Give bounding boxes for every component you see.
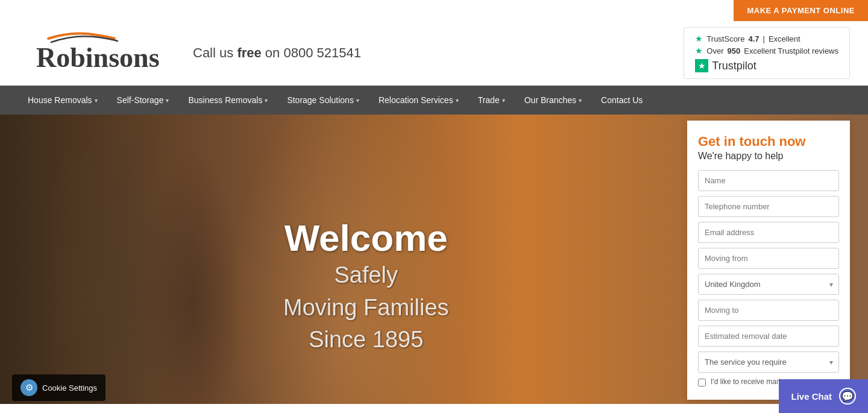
nav-self-storage-chevron: ▾ [166,97,169,104]
header: Robinsons Call us free on 0800 521541 ★ … [0,21,868,86]
moving-from-input[interactable] [698,248,839,269]
top-banner: MAKE A PAYMENT ONLINE [0,0,868,21]
email-input[interactable] [698,222,839,243]
nav-contact-us[interactable]: Contact Us [591,86,652,115]
make-payment-button[interactable]: MAKE A PAYMENT ONLINE [734,0,868,21]
estimated-date-input[interactable] [698,326,839,347]
moving-to-input[interactable] [698,300,839,321]
live-chat-button[interactable]: Live Chat 💬 [779,379,868,404]
nav-our-branches-chevron: ▾ [579,97,582,104]
trustpilot-box: ★ TrustScore 4.7 | Excellent ★ Over 950 … [684,27,850,79]
main-nav: House Removals ▾ Self-Storage ▾ Business… [0,86,868,115]
nav-contact-us-label: Contact Us [601,95,643,105]
trustscore-label: TrustScore [706,34,744,43]
country-select-wrap: United Kingdom Afghanistan Albania Other… [698,274,839,295]
nav-business-removals-chevron: ▾ [265,97,268,104]
service-select-wrap: The service you require House Removals B… [698,352,839,373]
form-title: Get in touch now [698,134,839,150]
hero-subtext: Safely Moving Families Since 1895 [283,259,449,356]
telephone-input[interactable] [698,196,839,217]
svg-text:Robinsons: Robinsons [36,42,160,73]
nav-our-branches-label: Our Branches [524,95,576,105]
review-label: Excellent Trustpilot reviews [744,46,838,55]
name-input[interactable] [698,170,839,191]
trustpilot-logo-row: ★ Trustpilot [695,59,838,72]
trustpilot-logo-icon: ★ [695,59,708,72]
nav-storage-solutions[interactable]: Storage Solutions ▾ [277,86,369,115]
cookie-settings-button[interactable]: ⚙ Cookie Settings [12,374,105,401]
service-select[interactable]: The service you require House Removals B… [698,352,839,373]
logo-svg: Robinsons [18,28,175,76]
trustscore-pipe: | [763,34,765,43]
header-left: Robinsons Call us free on 0800 521541 [18,28,361,78]
nav-trade-chevron: ▾ [502,97,505,104]
hero-text-block: Welcome Safely Moving Families Since 189… [283,216,449,356]
nav-storage-solutions-chevron: ▾ [356,97,359,104]
logo[interactable]: Robinsons [18,28,175,78]
hero-section: Welcome Safely Moving Families Since 189… [0,115,868,404]
nav-trade-label: Trade [478,95,500,105]
hero-welcome: Welcome [283,216,449,259]
trustscore-value: 4.7 [748,34,759,43]
hero-line2: Moving Families [283,295,449,320]
nav-storage-solutions-label: Storage Solutions [287,95,354,105]
nav-relocation-services[interactable]: Relocation Services ▾ [369,86,468,115]
nav-relocation-services-label: Relocation Services [379,95,453,105]
cookie-label: Cookie Settings [42,383,97,393]
form-subtitle: We're happy to help [698,151,839,162]
nav-house-removals-chevron: ▾ [95,97,98,104]
trustpilot-review-row: ★ Over 950 Excellent Trustpilot reviews [695,46,838,55]
cookie-icon: ⚙ [20,379,37,396]
over-text: Over [706,46,723,55]
review-count: 950 [728,46,741,55]
nav-house-removals-label: House Removals [28,95,92,105]
nav-self-storage-label: Self-Storage [117,95,164,105]
country-select[interactable]: United Kingdom Afghanistan Albania Other [698,274,839,295]
trustpilot-brand: Trustpilot [712,60,756,72]
marketing-checkbox[interactable] [698,379,706,386]
nav-trade[interactable]: Trade ▾ [468,86,515,115]
nav-business-removals[interactable]: Business Removals ▾ [178,86,277,115]
nav-relocation-services-chevron: ▾ [456,97,459,104]
nav-business-removals-label: Business Removals [188,95,262,105]
trustpilot-score-row: ★ TrustScore 4.7 | Excellent [695,34,838,43]
call-text: Call us free on 0800 521541 [193,45,361,61]
nav-self-storage[interactable]: Self-Storage ▾ [107,86,179,115]
trustscore-rating: Excellent [769,34,800,43]
marketing-label: I'd like to receive mark [711,377,782,386]
chat-bubble-icon: 💬 [839,388,856,404]
trust-star2-icon: ★ [695,46,703,55]
live-chat-label: Live Chat [791,391,832,402]
nav-our-branches[interactable]: Our Branches ▾ [515,86,591,115]
nav-house-removals[interactable]: House Removals ▾ [18,86,107,115]
trust-star-icon: ★ [695,34,703,43]
hero-line1: Safely [334,262,398,288]
hero-line3: Since 1895 [309,327,423,352]
contact-form-panel: Get in touch now We're happy to help Uni… [687,121,850,400]
